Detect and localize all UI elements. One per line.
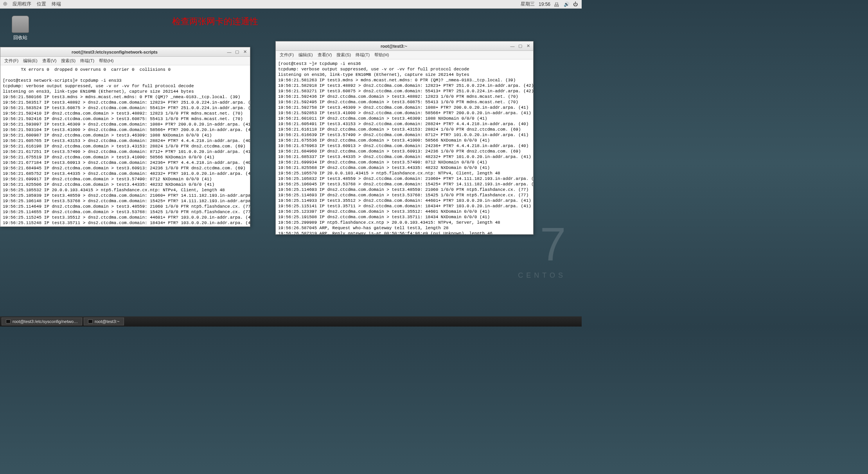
trash-can-icon bbox=[12, 16, 29, 33]
minimize-button[interactable]: — bbox=[226, 49, 232, 55]
trash-label: 回收站 bbox=[12, 34, 29, 41]
terminal-window-2: root@test3:~ — ▢ ✕ 文件(F) 编辑(E) 查看(V) 搜索(… bbox=[275, 41, 534, 235]
menu-edit[interactable]: 编辑(E) bbox=[297, 51, 314, 59]
menu-applications[interactable]: 应用程序 bbox=[13, 1, 31, 7]
centos-version: 7 bbox=[518, 221, 566, 268]
terminal-icon bbox=[6, 320, 11, 323]
centos-wallpaper-logo: 7 CENTOS bbox=[518, 221, 566, 280]
menu-help[interactable]: 帮助(H) bbox=[97, 57, 115, 65]
taskbar-item-label: root@test3:~ bbox=[95, 319, 119, 324]
menu-edit[interactable]: 编辑(E) bbox=[22, 57, 39, 65]
menu-file[interactable]: 文件(F) bbox=[3, 57, 20, 65]
taskbar-item[interactable]: root@test3:~ bbox=[84, 318, 124, 325]
trash-icon[interactable]: 回收站 bbox=[12, 16, 29, 41]
window-title: root@test3:~ bbox=[278, 44, 510, 48]
terminal-menubar: 文件(F) 编辑(E) 查看(V) 搜索(S) 终端(T) 帮助(H) bbox=[276, 51, 533, 59]
minimize-button[interactable]: — bbox=[510, 43, 515, 49]
window-title: root@test3:/etc/sysconfig/network-script… bbox=[3, 50, 226, 54]
clock-time[interactable]: 19:56 bbox=[539, 2, 550, 7]
menu-view[interactable]: 查看(V) bbox=[41, 57, 58, 65]
maximize-button[interactable]: ▢ bbox=[234, 49, 240, 55]
menu-terminal[interactable]: 终端 bbox=[52, 1, 61, 7]
maximize-button[interactable]: ▢ bbox=[518, 43, 523, 49]
network-icon[interactable]: 品 bbox=[554, 2, 560, 7]
titlebar[interactable]: root@test3:/etc/sysconfig/network-script… bbox=[0, 47, 250, 57]
titlebar[interactable]: root@test3:~ — ▢ ✕ bbox=[276, 41, 533, 51]
menu-places[interactable]: 位置 bbox=[37, 1, 46, 7]
menu-help[interactable]: 帮助(H) bbox=[373, 51, 390, 59]
power-icon[interactable]: ⏻ bbox=[573, 2, 579, 7]
menu-search[interactable]: 搜索(S) bbox=[335, 51, 352, 59]
volume-icon[interactable]: 🔊 bbox=[564, 2, 569, 7]
annotation-text: 检查两张网卡的连通性 bbox=[172, 16, 258, 27]
gnome-logo-icon[interactable]: ◎ bbox=[3, 1, 7, 7]
terminal-menubar: 文件(F) 编辑(E) 查看(V) 搜索(S) 终端(T) 帮助(H) bbox=[0, 57, 250, 65]
clock-day[interactable]: 星期三 bbox=[521, 1, 535, 7]
terminal-output[interactable]: TX errors 0 dropped 0 overruns 0 carrier… bbox=[0, 65, 250, 226]
menu-search[interactable]: 搜索(S) bbox=[59, 57, 77, 65]
taskbar-item[interactable]: root@test3:/etc/sysconfig/netwo… bbox=[2, 318, 82, 325]
close-button[interactable]: ✕ bbox=[242, 49, 248, 55]
menu-terminal[interactable]: 终端(T) bbox=[354, 51, 371, 59]
menu-terminal[interactable]: 终端(T) bbox=[79, 57, 96, 65]
taskbar-item-label: root@test3:/etc/sysconfig/netwo… bbox=[13, 319, 78, 324]
terminal-icon bbox=[88, 320, 93, 323]
terminal-window-1: root@test3:/etc/sysconfig/network-script… bbox=[0, 47, 250, 227]
centos-text: CENTOS bbox=[518, 271, 566, 280]
taskbar: root@test3:/etc/sysconfig/netwo… root@te… bbox=[0, 316, 582, 327]
terminal-output[interactable]: [root@test3 ~]# tcpdump -i ens36 tcpdump… bbox=[276, 59, 533, 234]
menu-view[interactable]: 查看(V) bbox=[316, 51, 334, 59]
close-button[interactable]: ✕ bbox=[525, 43, 531, 49]
menu-file[interactable]: 文件(F) bbox=[278, 51, 295, 59]
top-menu-bar: ◎ 应用程序 位置 终端 星期三 19:56 品 🔊 ⏻ bbox=[0, 0, 582, 9]
